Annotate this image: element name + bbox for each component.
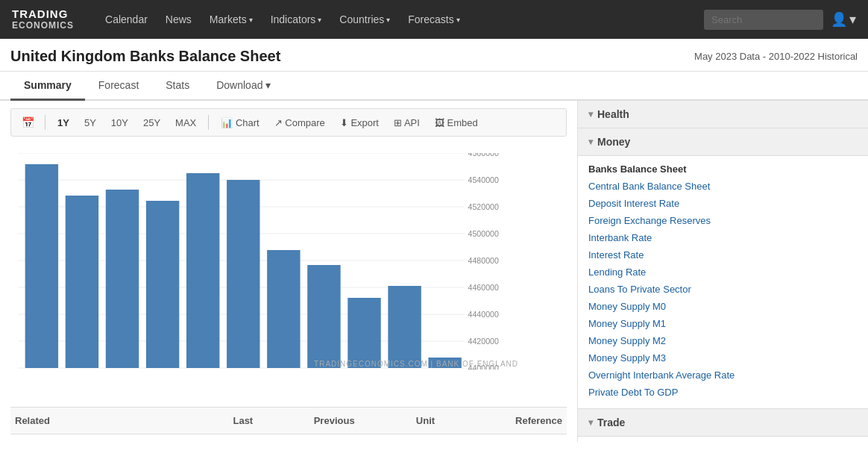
section-health[interactable]: ▾ Health (578, 101, 868, 128)
nav-news[interactable]: News (158, 9, 199, 30)
item-interbank-rate[interactable]: Interbank Rate (588, 229, 858, 246)
calendar-icon[interactable]: 📅 (17, 113, 39, 131)
user-caret: ▾ (849, 11, 856, 28)
bar-6 (267, 250, 300, 368)
section-trade[interactable]: ▾ Trade (578, 409, 868, 437)
svg-text:4480000: 4480000 (468, 256, 499, 265)
item-deposit-interest-rate[interactable]: Deposit Interest Rate (588, 195, 858, 212)
left-panel: 📅 1Y 5Y 10Y 25Y MAX 📊 Chart ↗ Compare ⬇ … (0, 101, 578, 442)
bar-5 (227, 180, 260, 368)
chart-area: 4560000 4540000 4520000 4500000 4480000 … (10, 146, 567, 399)
bar-chart: 4560000 4540000 4520000 4500000 4480000 … (18, 153, 522, 369)
time-10y[interactable]: 10Y (105, 114, 134, 131)
main-layout: 📅 1Y 5Y 10Y 25Y MAX 📊 Chart ↗ Compare ⬇ … (0, 101, 868, 442)
bar-9 (388, 286, 421, 368)
page-header: United Kingdom Banks Balance Sheet May 2… (0, 39, 868, 72)
chart-watermark: TRADINGECONOMICS.COM | BANK OF ENGLAND (314, 360, 518, 368)
markets-caret: ▾ (249, 16, 253, 24)
nav-forecasts[interactable]: Forecasts ▾ (400, 9, 467, 30)
svg-text:4460000: 4460000 (468, 283, 499, 292)
money-items: Banks Balance Sheet Central Bank Balance… (578, 156, 868, 409)
bar-0 (25, 164, 58, 368)
download-caret: ▾ (265, 79, 271, 91)
nav-indicators[interactable]: Indicators ▾ (263, 9, 330, 30)
bar-2 (106, 190, 139, 368)
time-max[interactable]: MAX (169, 114, 202, 131)
item-lending-rate[interactable]: Lending Rate (588, 263, 858, 281)
svg-text:4540000: 4540000 (468, 175, 499, 184)
user-icon: 👤 (831, 11, 847, 28)
api-button[interactable]: ⊞ API (388, 114, 426, 131)
col-related: Related (15, 415, 198, 426)
navbar: TRADING ECONOMICS Calendar News Markets … (0, 0, 868, 39)
time-1y[interactable]: 1Y (51, 114, 75, 131)
bar-8 (347, 298, 380, 368)
user-menu[interactable]: 👤 ▾ (831, 11, 856, 28)
nav-countries[interactable]: Countries ▾ (332, 9, 397, 30)
col-previous: Previous (289, 415, 380, 426)
brand-logo[interactable]: TRADING ECONOMICS (12, 8, 74, 31)
section-money[interactable]: ▾ Money (578, 128, 868, 156)
divider-2 (208, 115, 209, 130)
health-arrow: ▾ (588, 109, 593, 119)
col-last: Last (198, 415, 289, 426)
tab-stats[interactable]: Stats (152, 72, 203, 101)
time-5y[interactable]: 5Y (78, 114, 102, 131)
search-input[interactable] (704, 10, 823, 30)
indicators-caret: ▾ (318, 16, 321, 24)
svg-text:4420000: 4420000 (468, 337, 499, 346)
chart-toolbar: 📅 1Y 5Y 10Y 25Y MAX 📊 Chart ↗ Compare ⬇ … (10, 108, 567, 137)
bar-3 (146, 201, 179, 368)
chart-button[interactable]: 📊 Chart (215, 114, 265, 131)
col-unit: Unit (380, 415, 471, 426)
item-interest-rate[interactable]: Interest Rate (588, 246, 858, 263)
item-loans-private-sector[interactable]: Loans To Private Sector (588, 281, 858, 298)
money-arrow: ▾ (588, 137, 593, 147)
trade-label: Trade (597, 417, 625, 428)
item-money-supply-m2[interactable]: Money Supply M2 (588, 332, 858, 349)
divider-1 (45, 115, 45, 130)
time-25y[interactable]: 25Y (137, 114, 166, 131)
countries-caret: ▾ (386, 16, 390, 24)
forecasts-caret: ▾ (456, 16, 460, 24)
svg-text:4560000: 4560000 (468, 153, 499, 158)
health-label: Health (597, 108, 629, 120)
tab-summary[interactable]: Summary (10, 72, 85, 101)
item-money-supply-m3[interactable]: Money Supply M3 (588, 349, 858, 367)
item-private-debt-gdp[interactable]: Private Debt To GDP (588, 384, 858, 401)
nav-calendar[interactable]: Calendar (98, 9, 155, 30)
col-reference: Reference (471, 415, 562, 426)
bar-1 (66, 196, 98, 368)
table-header: Related Last Previous Unit Reference (10, 407, 567, 434)
money-label: Money (597, 136, 630, 148)
bar-4 (186, 173, 219, 368)
item-central-bank-balance-sheet[interactable]: Central Bank Balance Sheet (588, 178, 858, 195)
tab-download[interactable]: Download ▾ (203, 72, 284, 101)
trade-arrow: ▾ (588, 417, 593, 428)
page-meta: May 2023 Data - 2010-2022 Historical (694, 51, 858, 62)
svg-text:4500000: 4500000 (468, 229, 499, 238)
brand-bot: ECONOMICS (12, 21, 74, 31)
svg-text:4440000: 4440000 (468, 310, 499, 319)
nav-links: Calendar News Markets ▾ Indicators ▾ Cou… (98, 9, 704, 30)
page-title: United Kingdom Banks Balance Sheet (10, 48, 280, 65)
right-panel: ▾ Health ▾ Money Banks Balance Sheet Cen… (578, 101, 868, 442)
item-foreign-exchange-reserves[interactable]: Foreign Exchange Reserves (588, 212, 858, 229)
embed-button[interactable]: 🖼 Embed (429, 114, 484, 131)
brand-top: TRADING (12, 8, 74, 21)
item-overnight-interbank[interactable]: Overnight Interbank Average Rate (588, 367, 858, 384)
export-button[interactable]: ⬇ Export (334, 114, 385, 131)
compare-button[interactable]: ↗ Compare (268, 114, 331, 131)
nav-markets[interactable]: Markets ▾ (202, 9, 260, 30)
bar-7 (307, 265, 340, 368)
tab-forecast[interactable]: Forecast (85, 72, 152, 101)
tabs-bar: Summary Forecast Stats Download ▾ (0, 72, 868, 101)
item-money-supply-m0[interactable]: Money Supply M0 (588, 298, 858, 315)
item-banks-balance-sheet[interactable]: Banks Balance Sheet (588, 160, 858, 178)
svg-text:4520000: 4520000 (468, 202, 499, 211)
item-money-supply-m1[interactable]: Money Supply M1 (588, 315, 858, 332)
